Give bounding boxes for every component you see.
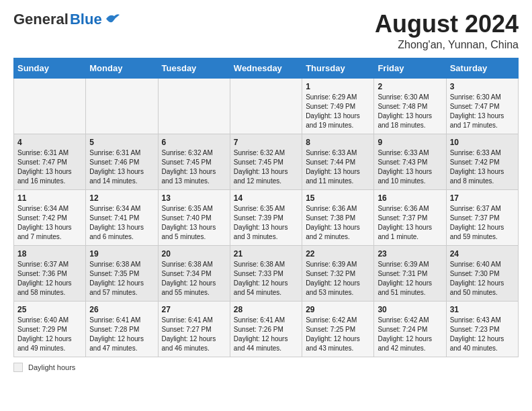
- day-number: 24: [450, 249, 515, 259]
- calendar-cell: 10Sunrise: 6:33 AMSunset: 7:42 PMDayligh…: [446, 134, 518, 189]
- calendar-cell: 23Sunrise: 6:39 AMSunset: 7:31 PMDayligh…: [374, 245, 446, 301]
- logo-general: General: [13, 11, 69, 28]
- calendar-cell: 21Sunrise: 6:38 AMSunset: 7:33 PMDayligh…: [230, 245, 302, 301]
- day-info: Sunrise: 6:38 AMSunset: 7:34 PMDaylight:…: [162, 260, 226, 298]
- day-number: 9: [378, 138, 442, 147]
- calendar-cell: 16Sunrise: 6:36 AMSunset: 7:37 PMDayligh…: [374, 189, 446, 245]
- day-info: Sunrise: 6:38 AMSunset: 7:33 PMDaylight:…: [234, 260, 298, 298]
- calendar-cell: 5Sunrise: 6:31 AMSunset: 7:46 PMDaylight…: [86, 134, 158, 189]
- calendar-cell: 19Sunrise: 6:38 AMSunset: 7:35 PMDayligh…: [86, 245, 158, 301]
- day-info: Sunrise: 6:34 AMSunset: 7:42 PMDaylight:…: [17, 204, 82, 242]
- day-number: 17: [450, 193, 515, 203]
- day-info: Sunrise: 6:30 AMSunset: 7:47 PMDaylight:…: [450, 93, 515, 130]
- calendar-week-row: 1Sunrise: 6:29 AMSunset: 7:49 PMDaylight…: [14, 78, 519, 134]
- location-subtitle: Zhong'an, Yunnan, China: [375, 39, 519, 51]
- day-number: 5: [89, 138, 154, 147]
- day-number: 15: [306, 193, 370, 203]
- day-info: Sunrise: 6:33 AMSunset: 7:43 PMDaylight:…: [378, 148, 442, 186]
- day-number: 31: [450, 305, 515, 314]
- day-info: Sunrise: 6:42 AMSunset: 7:25 PMDaylight:…: [306, 316, 370, 353]
- calendar-cell: 7Sunrise: 6:32 AMSunset: 7:45 PMDaylight…: [230, 134, 302, 189]
- calendar-cell: 2Sunrise: 6:30 AMSunset: 7:48 PMDaylight…: [374, 78, 446, 134]
- calendar-week-row: 25Sunrise: 6:40 AMSunset: 7:29 PMDayligh…: [14, 301, 519, 357]
- day-info: Sunrise: 6:39 AMSunset: 7:32 PMDaylight:…: [306, 260, 370, 298]
- calendar-cell: 18Sunrise: 6:37 AMSunset: 7:36 PMDayligh…: [14, 245, 86, 301]
- day-number: 22: [306, 249, 370, 259]
- day-number: 7: [234, 138, 298, 147]
- calendar-cell: [230, 78, 302, 134]
- weekday-header-wednesday: Wednesday: [230, 58, 302, 78]
- day-info: Sunrise: 6:43 AMSunset: 7:23 PMDaylight:…: [450, 316, 515, 353]
- day-info: Sunrise: 6:30 AMSunset: 7:48 PMDaylight:…: [378, 93, 442, 130]
- day-info: Sunrise: 6:31 AMSunset: 7:47 PMDaylight:…: [17, 148, 82, 186]
- day-info: Sunrise: 6:33 AMSunset: 7:42 PMDaylight:…: [450, 148, 515, 186]
- calendar-cell: [14, 78, 86, 134]
- day-number: 2: [378, 82, 442, 91]
- day-info: Sunrise: 6:40 AMSunset: 7:30 PMDaylight:…: [450, 260, 515, 298]
- calendar-cell: 6Sunrise: 6:32 AMSunset: 7:45 PMDaylight…: [158, 134, 230, 189]
- logo-bird-icon: [105, 12, 120, 24]
- day-number: 29: [306, 305, 370, 314]
- day-info: Sunrise: 6:38 AMSunset: 7:35 PMDaylight:…: [89, 260, 154, 298]
- calendar-cell: 20Sunrise: 6:38 AMSunset: 7:34 PMDayligh…: [158, 245, 230, 301]
- calendar-table: SundayMondayTuesdayWednesdayThursdayFrid…: [13, 58, 519, 357]
- day-number: 12: [89, 193, 154, 203]
- day-info: Sunrise: 6:41 AMSunset: 7:27 PMDaylight:…: [162, 316, 226, 353]
- day-info: Sunrise: 6:35 AMSunset: 7:39 PMDaylight:…: [234, 204, 298, 242]
- weekday-header-friday: Friday: [374, 58, 446, 78]
- day-number: 25: [17, 305, 82, 314]
- day-info: Sunrise: 6:32 AMSunset: 7:45 PMDaylight:…: [234, 148, 298, 186]
- legend-section: Daylight hours: [13, 363, 519, 372]
- legend-label: Daylight hours: [28, 363, 75, 371]
- weekday-header-thursday: Thursday: [302, 58, 374, 78]
- day-number: 20: [162, 249, 226, 259]
- day-number: 21: [234, 249, 298, 259]
- calendar-cell: 13Sunrise: 6:35 AMSunset: 7:40 PMDayligh…: [158, 189, 230, 245]
- day-number: 16: [378, 193, 442, 203]
- calendar-cell: 28Sunrise: 6:41 AMSunset: 7:26 PMDayligh…: [230, 301, 302, 357]
- weekday-header-saturday: Saturday: [446, 58, 518, 78]
- day-info: Sunrise: 6:35 AMSunset: 7:40 PMDaylight:…: [162, 204, 226, 242]
- day-info: Sunrise: 6:40 AMSunset: 7:29 PMDaylight:…: [17, 316, 82, 353]
- weekday-header-row: SundayMondayTuesdayWednesdayThursdayFrid…: [14, 58, 519, 78]
- day-info: Sunrise: 6:31 AMSunset: 7:46 PMDaylight:…: [89, 148, 154, 186]
- day-info: Sunrise: 6:42 AMSunset: 7:24 PMDaylight:…: [378, 316, 442, 353]
- calendar-cell: 12Sunrise: 6:34 AMSunset: 7:41 PMDayligh…: [86, 189, 158, 245]
- day-info: Sunrise: 6:39 AMSunset: 7:31 PMDaylight:…: [378, 260, 442, 298]
- day-number: 14: [234, 193, 298, 203]
- calendar-cell: 22Sunrise: 6:39 AMSunset: 7:32 PMDayligh…: [302, 245, 374, 301]
- calendar-cell: 3Sunrise: 6:30 AMSunset: 7:47 PMDaylight…: [446, 78, 518, 134]
- day-number: 8: [306, 138, 370, 147]
- title-area: August 2024 Zhong'an, Yunnan, China: [375, 11, 519, 51]
- day-info: Sunrise: 6:29 AMSunset: 7:49 PMDaylight:…: [306, 93, 370, 130]
- weekday-header-monday: Monday: [86, 58, 158, 78]
- legend-box-icon: [13, 363, 23, 372]
- day-info: Sunrise: 6:37 AMSunset: 7:37 PMDaylight:…: [450, 204, 515, 242]
- calendar-cell: [86, 78, 158, 134]
- day-number: 4: [17, 138, 82, 147]
- calendar-cell: 8Sunrise: 6:33 AMSunset: 7:44 PMDaylight…: [302, 134, 374, 189]
- calendar-cell: 29Sunrise: 6:42 AMSunset: 7:25 PMDayligh…: [302, 301, 374, 357]
- calendar-cell: 4Sunrise: 6:31 AMSunset: 7:47 PMDaylight…: [14, 134, 86, 189]
- logo-blue: Blue: [70, 11, 102, 28]
- calendar-cell: 11Sunrise: 6:34 AMSunset: 7:42 PMDayligh…: [14, 189, 86, 245]
- day-info: Sunrise: 6:32 AMSunset: 7:45 PMDaylight:…: [162, 148, 226, 186]
- calendar-cell: 17Sunrise: 6:37 AMSunset: 7:37 PMDayligh…: [446, 189, 518, 245]
- calendar-week-row: 4Sunrise: 6:31 AMSunset: 7:47 PMDaylight…: [14, 134, 519, 189]
- calendar-cell: 9Sunrise: 6:33 AMSunset: 7:43 PMDaylight…: [374, 134, 446, 189]
- day-info: Sunrise: 6:33 AMSunset: 7:44 PMDaylight:…: [306, 148, 370, 186]
- calendar-cell: 30Sunrise: 6:42 AMSunset: 7:24 PMDayligh…: [374, 301, 446, 357]
- day-number: 18: [17, 249, 82, 259]
- day-info: Sunrise: 6:41 AMSunset: 7:26 PMDaylight:…: [234, 316, 298, 353]
- calendar-cell: 24Sunrise: 6:40 AMSunset: 7:30 PMDayligh…: [446, 245, 518, 301]
- day-number: 28: [234, 305, 298, 314]
- weekday-header-sunday: Sunday: [14, 58, 86, 78]
- day-number: 3: [450, 82, 515, 91]
- day-number: 1: [306, 82, 370, 91]
- day-number: 23: [378, 249, 442, 259]
- page-header: General Blue August 2024 Zhong'an, Yunna…: [13, 11, 519, 51]
- day-number: 11: [17, 193, 82, 203]
- logo-area: General Blue: [13, 11, 120, 28]
- day-info: Sunrise: 6:41 AMSunset: 7:28 PMDaylight:…: [89, 316, 154, 353]
- calendar-week-row: 11Sunrise: 6:34 AMSunset: 7:42 PMDayligh…: [14, 189, 519, 245]
